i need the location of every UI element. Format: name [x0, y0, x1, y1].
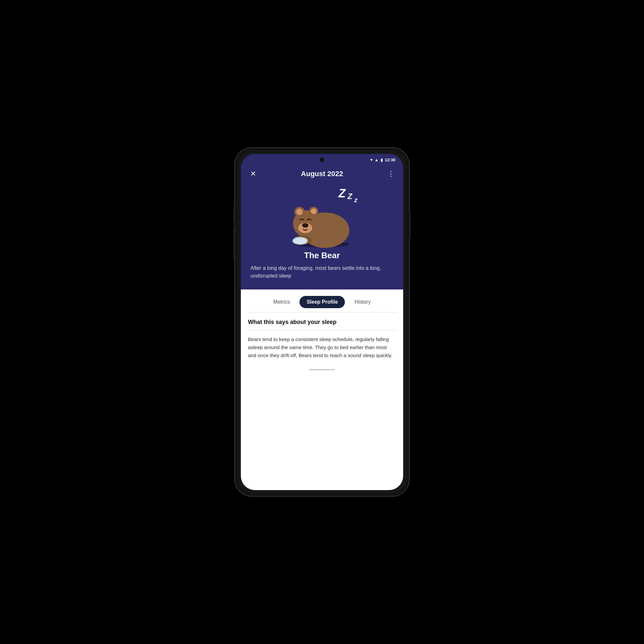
tab-metrics-label: Metrics — [273, 299, 290, 305]
tab-sleep-profile-label: Sleep Profile — [307, 299, 338, 305]
tab-history[interactable]: History — [347, 296, 378, 308]
tab-bar: Metrics Sleep Profile History — [241, 289, 403, 312]
z-big: Z — [338, 187, 346, 200]
battery-icon: ▮ — [381, 157, 383, 162]
camera-cutout — [320, 157, 324, 162]
svg-point-8 — [302, 223, 308, 228]
phone-screen: ▾ ▲ ▮ 12:30 ✕ August 2022 ⋮ Z Z z — [241, 154, 403, 490]
status-bar: ▾ ▲ ▮ 12:30 — [241, 154, 403, 166]
z-small: Z — [347, 192, 352, 201]
sleep-description-text: Bears tend to keep a consistent sleep sc… — [248, 336, 396, 359]
tab-history-label: History — [355, 299, 371, 305]
tab-metrics[interactable]: Metrics — [266, 296, 297, 308]
home-bar — [309, 369, 335, 370]
home-indicator — [241, 366, 403, 374]
section-divider — [248, 330, 396, 330]
z-tiny: z — [354, 196, 357, 204]
signal-icon: ▲ — [374, 157, 379, 162]
bear-name: The Bear — [304, 251, 340, 260]
sleep-profile-content: What this says about your sleep Bears te… — [241, 312, 403, 366]
phone-device: ▾ ▲ ▮ 12:30 ✕ August 2022 ⋮ Z Z z — [235, 148, 409, 496]
section-title: What this says about your sleep — [248, 319, 396, 326]
tab-sleep-profile[interactable]: Sleep Profile — [299, 296, 345, 308]
status-time: 12:30 — [385, 157, 395, 162]
svg-point-4 — [296, 209, 303, 215]
bear-illustration: Z Z z — [277, 184, 367, 248]
bear-description: After a long day of foraging, most bears… — [251, 264, 393, 280]
wifi-icon: ▾ — [370, 157, 373, 162]
bottom-section: Metrics Sleep Profile History What this … — [241, 289, 403, 490]
close-button[interactable]: ✕ — [247, 168, 259, 180]
app-header: ✕ August 2022 ⋮ — [241, 166, 403, 184]
svg-point-6 — [311, 208, 317, 214]
more-options-button[interactable]: ⋮ — [385, 168, 397, 180]
svg-point-11 — [294, 238, 307, 244]
header-title: August 2022 — [259, 170, 385, 178]
zzz-animation: Z Z z — [338, 187, 357, 204]
bear-section: Z Z z — [241, 184, 403, 289]
status-icons: ▾ ▲ ▮ 12:30 — [370, 157, 395, 162]
